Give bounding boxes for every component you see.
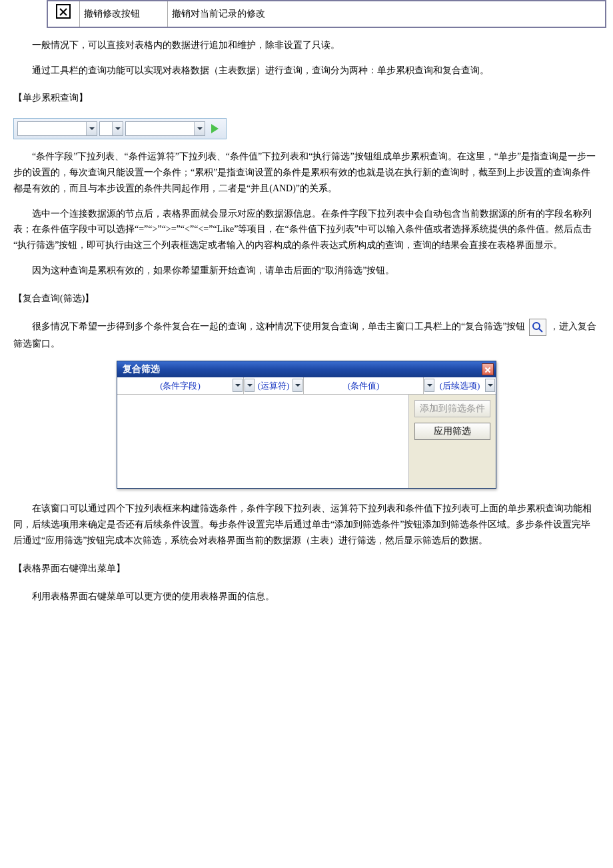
paragraph-singlestep-2: 选中一个连接数据源的节点后，表格界面就会显示对应的数据源信息。在条件字段下拉列表… bbox=[13, 206, 600, 253]
chevron-down-icon bbox=[112, 122, 123, 135]
section-context-menu: 【表格界面右键弹出菜单】 bbox=[13, 561, 600, 577]
execute-filter-button[interactable] bbox=[207, 121, 222, 136]
value-dropdown-label: (条件值) bbox=[348, 379, 380, 393]
single-step-query-toolbar bbox=[13, 118, 227, 139]
paragraph-composite-explain: 在该窗口可以通过四个下拉列表框来构建筛选条件，条件字段下拉列表、运算符下拉列表和… bbox=[13, 501, 600, 548]
filter-header-row: (条件字段) (运算符) (条件值) (后续选项) bbox=[117, 377, 496, 395]
field-dropdown-label: (条件字段) bbox=[160, 379, 201, 393]
chevron-down-icon bbox=[424, 379, 434, 392]
svg-point-0 bbox=[533, 323, 540, 329]
paragraph-singlestep-3: 因为这种查询是累积有效的，如果你希望重新开始查询，请单击后面的“取消筛选”按钮。 bbox=[13, 263, 600, 279]
add-to-filter-button[interactable]: 添加到筛选条件 bbox=[414, 400, 490, 417]
button-description-table: 撤销修改按钮 撤销对当前记录的修改 bbox=[47, 0, 606, 28]
button-name-cell: 撤销修改按钮 bbox=[79, 1, 167, 27]
field-dropdown[interactable]: (条件字段) bbox=[117, 377, 244, 394]
window-title: 复合筛选 bbox=[123, 361, 160, 377]
condition-operator-dropdown[interactable] bbox=[99, 121, 123, 136]
paragraph-intro-1: 一般情况下，可以直接对表格内的数据进行追加和维护，除非设置了只读。 bbox=[13, 37, 600, 53]
text-before-icon: 很多情况下希望一步得到多个条件复合在一起的查询，这种情况下使用复合查询，单击主窗… bbox=[32, 321, 525, 331]
cancel-icon-cell bbox=[47, 1, 79, 27]
paragraph-intro-2: 通过工具栏的查询功能可以实现对表格数据（主表数据）进行查询，查询分为两种：单步累… bbox=[13, 63, 600, 79]
chevron-down-icon bbox=[86, 122, 97, 135]
svg-line-1 bbox=[539, 329, 542, 332]
filter-body: 添加到筛选条件 应用筛选 bbox=[117, 395, 496, 488]
operator-dropdown-label: (运算符) bbox=[258, 379, 290, 393]
composite-filter-window: 复合筛选 (条件字段) (运算符) (条件值) (后续选项) bbox=[117, 361, 496, 489]
window-title-bar: 复合筛选 bbox=[117, 361, 496, 377]
chevron-down-icon bbox=[194, 122, 205, 135]
composite-filter-toolbar-button[interactable] bbox=[529, 319, 546, 336]
magnifier-icon bbox=[532, 321, 544, 333]
paragraph-context-menu: 利用表格界面右键菜单可以更方便的使用表格界面的信息。 bbox=[13, 589, 600, 605]
next-option-label: (后续选项) bbox=[440, 379, 480, 393]
section-composite-query: 【复合查询(筛选)】 bbox=[13, 291, 600, 307]
operator-dropdown[interactable]: (运算符) bbox=[244, 377, 304, 394]
cancel-icon bbox=[56, 4, 71, 19]
close-button[interactable] bbox=[482, 363, 494, 375]
paragraph-singlestep-1: “条件字段”下拉列表、“条件运算符”下拉列表、“条件值”下拉列表和“执行筛选”按… bbox=[13, 149, 600, 196]
chevron-down-icon bbox=[485, 379, 495, 392]
filter-buttons-panel: 添加到筛选条件 应用筛选 bbox=[409, 395, 496, 488]
filter-conditions-area bbox=[117, 395, 409, 488]
chevron-down-icon bbox=[245, 379, 255, 392]
condition-value-dropdown[interactable] bbox=[125, 121, 205, 136]
next-option-dropdown[interactable]: (后续选项) bbox=[424, 377, 496, 394]
condition-field-dropdown[interactable] bbox=[17, 121, 97, 136]
apply-filter-button[interactable]: 应用筛选 bbox=[414, 423, 490, 440]
table-row: 撤销修改按钮 撤销对当前记录的修改 bbox=[47, 1, 606, 27]
chevron-down-icon bbox=[233, 379, 243, 392]
value-dropdown[interactable]: (条件值) bbox=[304, 377, 424, 394]
chevron-down-icon bbox=[293, 379, 303, 392]
section-single-step-query: 【单步累积查询】 bbox=[13, 90, 600, 106]
paragraph-composite-intro: 很多情况下希望一步得到多个条件复合在一起的查询，这种情况下使用复合查询，单击主窗… bbox=[13, 319, 600, 352]
button-description-cell: 撤销对当前记录的修改 bbox=[167, 1, 606, 27]
